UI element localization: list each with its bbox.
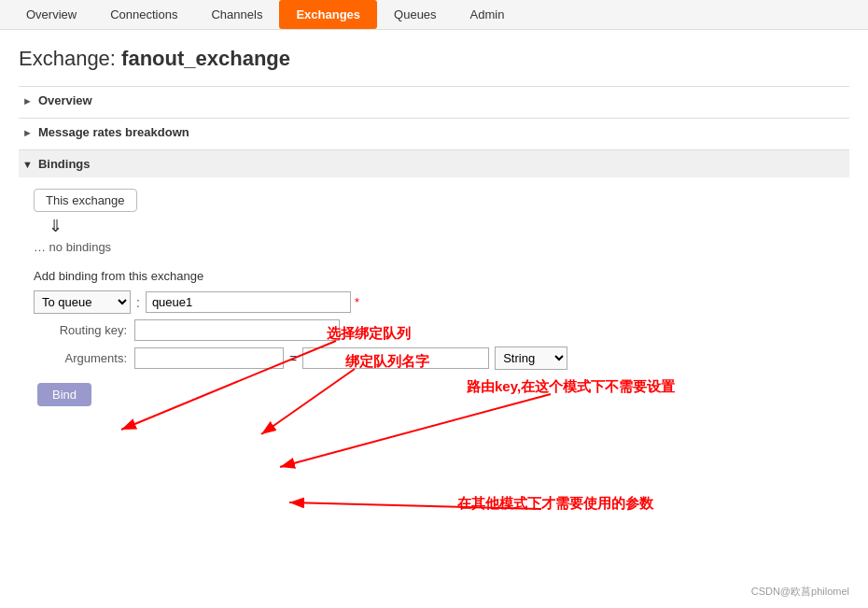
page-wrapper: Overview Connections Channels Exchanges …	[0, 0, 868, 608]
nav-queues[interactable]: Queues	[377, 0, 454, 29]
nav-channels[interactable]: Channels	[194, 0, 279, 29]
queue-row: To queue To exchange : *	[34, 290, 834, 314]
queue-name-input[interactable]	[146, 291, 351, 313]
nav-exchanges[interactable]: Exchanges	[279, 0, 377, 29]
bindings-arrow-icon: ▼	[22, 159, 33, 170]
routing-key-row: Routing key:	[34, 319, 834, 341]
message-rates-arrow-icon: ►	[22, 127, 33, 138]
down-arrow-icon: ⇓	[49, 216, 834, 236]
nav-admin[interactable]: Admin	[454, 0, 522, 29]
bindings-label: Bindings	[38, 157, 91, 171]
bindings-body: This exchange ⇓ … no bindings Add bindin…	[19, 177, 849, 421]
bindings-section: ▼ Bindings This exchange ⇓ … no bindings…	[19, 149, 849, 421]
arguments-row: Arguments: = String Number Boolean	[34, 346, 834, 370]
nav-overview[interactable]: Overview	[9, 0, 93, 29]
arguments-label: Arguments:	[34, 351, 127, 365]
routing-key-input[interactable]	[134, 319, 340, 341]
colon-separator: :	[136, 295, 140, 310]
exchange-name: fanout_exchange	[121, 47, 290, 70]
overview-section: ► Overview	[19, 86, 849, 114]
arguments-type-select[interactable]: String Number Boolean	[495, 346, 567, 370]
overview-label: Overview	[38, 93, 92, 107]
page-title: Exchange: fanout_exchange	[19, 47, 849, 71]
page-content: Exchange: fanout_exchange ► Overview ► M…	[0, 30, 868, 442]
overview-section-header[interactable]: ► Overview	[19, 87, 849, 114]
arguments-key-input[interactable]	[134, 347, 284, 369]
bindings-section-header[interactable]: ▼ Bindings	[19, 150, 849, 177]
message-rates-section: ► Message rates breakdown	[19, 118, 849, 146]
routing-key-label: Routing key:	[34, 323, 127, 337]
exchange-box: This exchange	[34, 189, 137, 212]
svg-line-4	[289, 502, 541, 509]
arguments-value-input[interactable]	[302, 347, 489, 369]
no-bindings-text: … no bindings	[34, 240, 834, 254]
message-rates-section-header[interactable]: ► Message rates breakdown	[19, 119, 849, 146]
message-rates-label: Message rates breakdown	[38, 125, 189, 139]
queue-type-select[interactable]: To queue To exchange	[34, 290, 131, 314]
required-asterisk: *	[355, 295, 359, 309]
nav-connections[interactable]: Connections	[93, 0, 194, 29]
copyright-text: CSDN@欧菖philomel	[751, 585, 849, 599]
annotation-arguments: 在其他模式下才需要使用的参数	[457, 495, 653, 513]
top-nav: Overview Connections Channels Exchanges …	[0, 0, 868, 30]
bind-button[interactable]: Bind	[37, 383, 91, 406]
equals-sign: =	[289, 351, 297, 366]
exchange-box-label: This exchange	[46, 193, 125, 207]
add-binding-label: Add binding from this exchange	[34, 269, 834, 283]
overview-arrow-icon: ►	[22, 95, 33, 106]
